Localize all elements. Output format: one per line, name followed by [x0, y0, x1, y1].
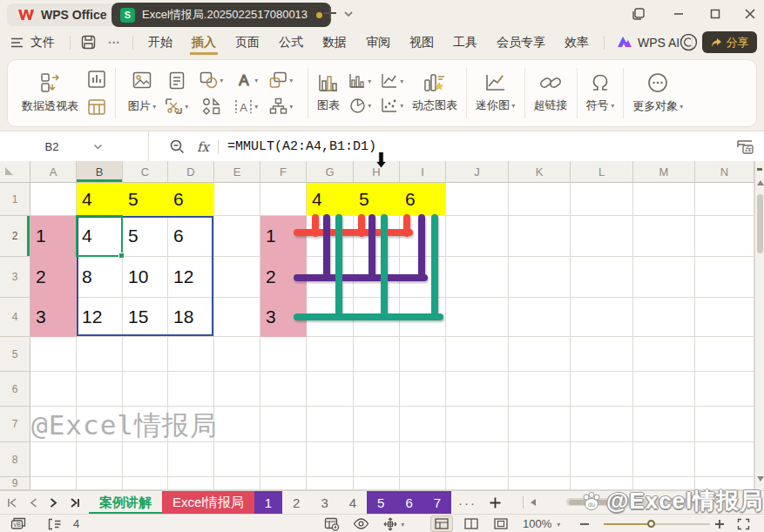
- column-header-B[interactable]: B: [77, 161, 123, 183]
- cell-G5[interactable]: [307, 337, 354, 372]
- macro-status-button[interactable]: VB: [10, 515, 26, 532]
- cell-C5[interactable]: [123, 337, 168, 372]
- menu-item-2[interactable]: 页面: [233, 30, 261, 55]
- cell-K8[interactable]: [509, 442, 571, 477]
- collapse-formula-icon[interactable]: [170, 139, 185, 154]
- share-button[interactable]: 分享: [702, 31, 757, 53]
- hamburger-icon[interactable]: [10, 37, 24, 48]
- add-sheet-button[interactable]: [483, 491, 507, 515]
- cell-N6[interactable]: [695, 372, 754, 407]
- cell-C4[interactable]: 15: [123, 298, 168, 337]
- cell-M9[interactable]: [633, 477, 695, 490]
- menu-item-4[interactable]: 数据: [321, 30, 348, 55]
- cell-G1[interactable]: 4: [307, 183, 354, 216]
- fullscreen-button[interactable]: [737, 515, 750, 532]
- orgchart-button[interactable]: ▾: [269, 98, 294, 115]
- cell-I7[interactable]: [400, 407, 446, 442]
- cell-J1[interactable]: [446, 183, 509, 216]
- cell-H1[interactable]: 5: [354, 183, 400, 216]
- column-header-N[interactable]: N: [695, 161, 754, 183]
- first-sheet-button[interactable]: [7, 498, 17, 508]
- cell-H5[interactable]: [354, 337, 400, 372]
- menu-item-5[interactable]: 审阅: [364, 30, 392, 55]
- zoom-slider-handle[interactable]: [647, 520, 655, 528]
- column-header-A[interactable]: A: [30, 161, 77, 183]
- cell-I6[interactable]: [400, 372, 446, 407]
- sheet-tab-4[interactable]: 4: [339, 491, 367, 515]
- cell-F9[interactable]: [260, 477, 307, 490]
- wps-ai-button[interactable]: WPS AI: [617, 36, 679, 50]
- cell-E3[interactable]: [214, 257, 260, 298]
- restore-windows-button[interactable]: [627, 3, 650, 24]
- cell-J6[interactable]: [446, 372, 509, 407]
- cell-A5[interactable]: [30, 337, 77, 372]
- cell-C9[interactable]: [123, 477, 168, 490]
- cell-E1[interactable]: [214, 183, 260, 216]
- sheet-tab-5[interactable]: 5: [367, 491, 395, 515]
- cell-J9[interactable]: [446, 477, 509, 490]
- cell-D4[interactable]: 18: [168, 298, 214, 337]
- wps-home-button[interactable]: WPS Office: [7, 3, 117, 26]
- fill-handle[interactable]: [118, 253, 125, 259]
- cell-E4[interactable]: [214, 298, 260, 337]
- arrange-button[interactable]: ▾: [269, 71, 294, 89]
- cell-G6[interactable]: [307, 372, 354, 407]
- cell-E9[interactable]: [214, 477, 260, 490]
- cell-N5[interactable]: [695, 337, 754, 372]
- next-sheet-button[interactable]: [50, 498, 57, 508]
- hyperlink-button[interactable]: 超链接: [534, 73, 568, 113]
- cell-J7[interactable]: [446, 407, 509, 442]
- cell-F7[interactable]: [260, 407, 307, 442]
- horizontal-scroll-thumb[interactable]: [569, 500, 623, 505]
- cell-I4[interactable]: [400, 298, 446, 337]
- cell-K2[interactable]: [509, 216, 571, 257]
- cell-F3[interactable]: 2: [260, 257, 307, 298]
- cell-L4[interactable]: [571, 298, 633, 337]
- cell-B6[interactable]: [77, 372, 123, 407]
- cell-D5[interactable]: [168, 337, 214, 372]
- cell-A8[interactable]: [30, 442, 77, 477]
- sheet-tab-2[interactable]: 2: [282, 491, 310, 515]
- insert-function-button[interactable]: fx: [197, 139, 209, 155]
- cell-J4[interactable]: [446, 298, 509, 337]
- column-header-M[interactable]: M: [633, 161, 695, 183]
- cell-E5[interactable]: [214, 337, 260, 372]
- cell-H6[interactable]: [354, 372, 400, 407]
- cell-M1[interactable]: [633, 183, 695, 216]
- split-handle[interactable]: [757, 168, 762, 171]
- cell-A4[interactable]: 3: [30, 298, 77, 337]
- bar-chart-button[interactable]: ▾: [348, 73, 372, 89]
- cell-K6[interactable]: [509, 372, 571, 407]
- cell-B1[interactable]: 4: [77, 183, 123, 216]
- row-header-3[interactable]: 3: [0, 257, 30, 298]
- zoom-out-button[interactable]: [579, 515, 590, 532]
- column-header-F[interactable]: F: [260, 161, 307, 183]
- visibility-button[interactable]: [353, 515, 369, 532]
- menu-item-8[interactable]: 会员专享: [495, 30, 547, 55]
- cell-E8[interactable]: [214, 442, 260, 477]
- cell-I5[interactable]: [400, 337, 446, 372]
- sheet-tab-7[interactable]: 7: [423, 491, 451, 515]
- cell-N1[interactable]: [695, 183, 754, 216]
- row-header-9[interactable]: 9: [0, 477, 30, 490]
- insert-image-button[interactable]: [132, 71, 152, 89]
- document-tab[interactable]: S Excel情报局.2025022517080013: [112, 3, 331, 27]
- cell-F2[interactable]: 1: [260, 216, 307, 257]
- theme-icon[interactable]: [679, 33, 698, 51]
- cell-M7[interactable]: [633, 407, 695, 442]
- menu-item-9[interactable]: 效率: [563, 30, 591, 55]
- cell-K1[interactable]: [509, 183, 571, 216]
- cell-G2[interactable]: [307, 216, 354, 257]
- cell-G8[interactable]: [307, 442, 354, 477]
- column-header-I[interactable]: I: [400, 161, 446, 183]
- cell-A7[interactable]: [30, 407, 77, 442]
- cell-H4[interactable]: [354, 298, 400, 337]
- save-button[interactable]: [81, 35, 96, 50]
- cell-K4[interactable]: [509, 298, 571, 337]
- select-all-corner[interactable]: [0, 161, 30, 183]
- menu-item-1[interactable]: 插入: [190, 30, 218, 55]
- tab-list-chevron-icon[interactable]: [343, 10, 354, 17]
- column-header-H[interactable]: H: [354, 161, 400, 183]
- cell-B9[interactable]: [77, 477, 123, 490]
- formula-input[interactable]: =MMULT(A2:A4,B1:D1): [227, 139, 376, 154]
